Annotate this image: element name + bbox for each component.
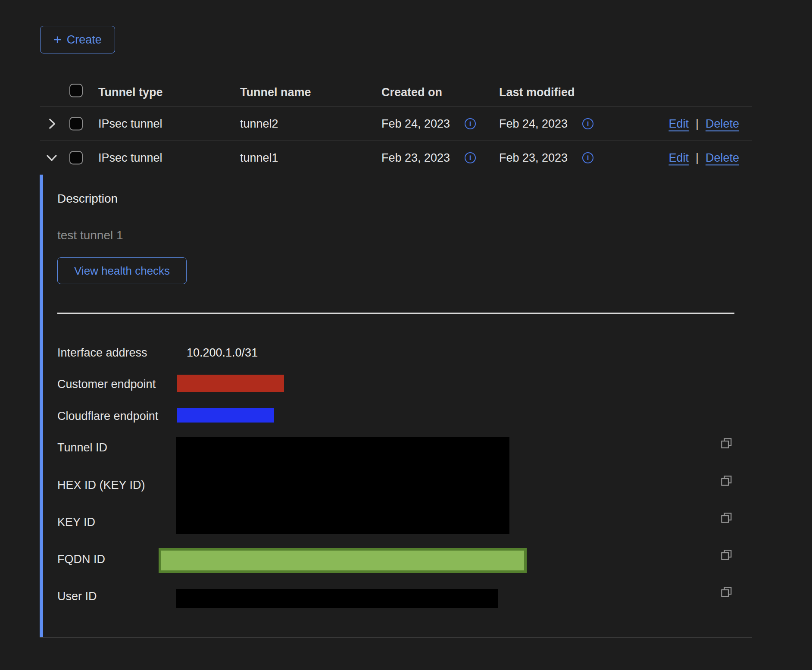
last-modified-cell: Feb 24, 2023 bbox=[499, 117, 568, 130]
chevron-down-icon[interactable] bbox=[44, 150, 59, 165]
fqdn-id-label: FQDN ID bbox=[57, 553, 105, 566]
user-id-label: User ID bbox=[57, 590, 97, 603]
key-id-label: KEY ID bbox=[57, 516, 95, 529]
tunnel-name-cell: tunnel2 bbox=[240, 117, 278, 130]
interface-address-value: 10.200.1.0/31 bbox=[187, 346, 258, 360]
table-row-tunnel1: IPsec tunnel tunnel1 Feb 23, 2023 i Feb … bbox=[40, 141, 752, 175]
table-header-row: Tunnel type Tunnel name Created on Last … bbox=[40, 78, 752, 106]
delete-link[interactable]: Delete bbox=[706, 151, 739, 165]
header-tunnel-type: Tunnel type bbox=[98, 86, 163, 99]
description-label: Description bbox=[57, 192, 118, 206]
modified-info-icon[interactable]: i bbox=[582, 118, 593, 129]
user-id-redacted-value bbox=[176, 589, 498, 608]
tunnels-table: Tunnel type Tunnel name Created on Last … bbox=[40, 78, 752, 175]
expanded-tunnel-panel: Description test tunnel 1 View health ch… bbox=[40, 175, 752, 638]
plus-icon: + bbox=[53, 33, 62, 47]
edit-link[interactable]: Edit bbox=[668, 117, 689, 130]
cloudflare-endpoint-redacted-value bbox=[177, 408, 274, 423]
create-button-label: Create bbox=[67, 33, 102, 47]
created-on-cell: Feb 24, 2023 bbox=[381, 117, 450, 130]
created-info-icon[interactable]: i bbox=[465, 152, 476, 163]
header-tunnel-name: Tunnel name bbox=[240, 86, 311, 99]
copy-icon[interactable] bbox=[720, 474, 733, 487]
tunnel-type-cell: IPsec tunnel bbox=[98, 151, 162, 165]
edit-link[interactable]: Edit bbox=[668, 151, 689, 165]
create-button[interactable]: + Create bbox=[40, 26, 115, 53]
action-separator: | bbox=[696, 117, 699, 130]
interface-address-label: Interface address bbox=[57, 346, 147, 360]
tunnel-name-cell: tunnel1 bbox=[240, 151, 278, 165]
ids-redacted-value bbox=[176, 437, 509, 534]
row-actions: Edit | Delete bbox=[668, 151, 739, 165]
tunnel-type-cell: IPsec tunnel bbox=[98, 117, 162, 130]
hex-id-label: HEX ID (KEY ID) bbox=[57, 479, 145, 492]
fqdn-id-redacted-value bbox=[159, 548, 527, 573]
copy-icon[interactable] bbox=[720, 437, 733, 450]
customer-endpoint-label: Customer endpoint bbox=[57, 378, 156, 391]
expanded-indicator-bar bbox=[40, 175, 43, 637]
created-info-icon[interactable]: i bbox=[465, 118, 476, 129]
description-value: test tunnel 1 bbox=[57, 229, 123, 242]
row-checkbox[interactable] bbox=[69, 117, 83, 130]
chevron-right-icon[interactable] bbox=[44, 116, 59, 131]
action-separator: | bbox=[696, 151, 699, 165]
header-created-on: Created on bbox=[381, 86, 442, 99]
header-last-modified: Last modified bbox=[499, 86, 575, 99]
tunnels-page: + Create Tunnel type Tunnel name Created… bbox=[0, 0, 812, 670]
view-health-checks-label: View health checks bbox=[74, 264, 170, 278]
section-divider bbox=[57, 313, 734, 314]
delete-link[interactable]: Delete bbox=[706, 117, 739, 130]
copy-icon[interactable] bbox=[720, 548, 733, 561]
tunnel-id-label: Tunnel ID bbox=[57, 441, 107, 454]
table-row-tunnel2: IPsec tunnel tunnel2 Feb 24, 2023 i Feb … bbox=[40, 106, 752, 141]
customer-endpoint-redacted-value bbox=[177, 375, 284, 392]
row-checkbox[interactable] bbox=[69, 151, 83, 165]
copy-icon[interactable] bbox=[720, 585, 733, 598]
cloudflare-endpoint-label: Cloudflare endpoint bbox=[57, 410, 158, 423]
modified-info-icon[interactable]: i bbox=[582, 152, 593, 163]
created-on-cell: Feb 23, 2023 bbox=[381, 151, 450, 165]
view-health-checks-button[interactable]: View health checks bbox=[57, 257, 187, 284]
row-actions: Edit | Delete bbox=[668, 117, 739, 130]
select-all-checkbox[interactable] bbox=[69, 84, 83, 97]
copy-icon[interactable] bbox=[720, 511, 733, 524]
last-modified-cell: Feb 23, 2023 bbox=[499, 151, 568, 165]
